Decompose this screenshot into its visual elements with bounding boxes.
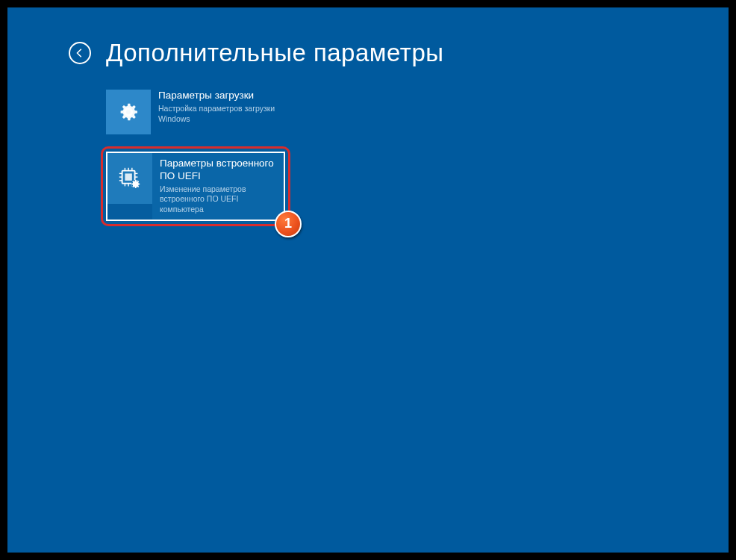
gear-icon (116, 100, 140, 124)
recovery-screen: Дополнительные параметры Параметры загру… (7, 7, 729, 553)
tile-title: Параметры встроенного ПО UEFI (160, 158, 276, 183)
tile-uefi-firmware[interactable]: Параметры встроенного ПО UEFI Изменение … (101, 146, 290, 226)
annotation-badge: 1 (275, 211, 302, 237)
tile-desc: Изменение параметров встроенного ПО UEFI… (160, 184, 276, 215)
chip-gear-icon (117, 166, 143, 191)
tile-icon-wrapper (106, 90, 151, 134)
tile-text: Параметры загрузки Настройка параметров … (151, 90, 285, 134)
back-button[interactable] (69, 42, 91, 64)
svg-rect-1 (125, 173, 131, 180)
tile-desc: Настройка параметров загрузки Windows (158, 104, 278, 124)
arrow-left-icon (75, 48, 85, 58)
tile-title: Параметры загрузки (158, 90, 278, 102)
tile-text: Параметры встроенного ПО UEFI Изменение … (152, 153, 284, 220)
header: Дополнительные параметры (7, 7, 729, 67)
tiles-container: Параметры загрузки Настройка параметров … (7, 67, 729, 226)
tile-icon-wrapper (107, 153, 152, 204)
tile-startup-settings[interactable]: Параметры загрузки Настройка параметров … (106, 90, 285, 134)
page-title: Дополнительные параметры (106, 39, 443, 67)
